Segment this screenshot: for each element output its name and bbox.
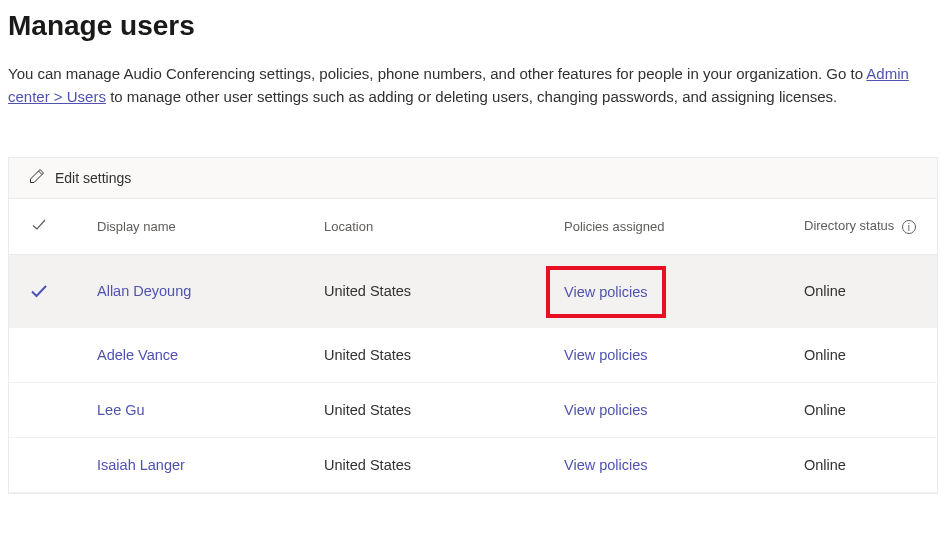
row-checkbox[interactable] <box>9 382 69 437</box>
description-text-2: to manage other user settings such as ad… <box>106 88 837 105</box>
header-policies[interactable]: Policies assigned <box>554 199 794 255</box>
user-name-link[interactable]: Allan Deyoung <box>97 283 191 299</box>
description-text-1: You can manage Audio Conferencing settin… <box>8 65 866 82</box>
user-location: United States <box>314 327 554 382</box>
user-location: United States <box>314 437 554 492</box>
page-description: You can manage Audio Conferencing settin… <box>8 62 938 109</box>
table-header-row: Display name Location Policies assigned … <box>9 199 937 255</box>
directory-status: Online <box>794 254 937 327</box>
user-location: United States <box>314 382 554 437</box>
header-directory-status[interactable]: Directory status i <box>794 199 937 255</box>
directory-status: Online <box>794 327 937 382</box>
view-policies-link[interactable]: View policies <box>564 347 648 363</box>
row-checkbox[interactable] <box>9 327 69 382</box>
users-table: Display name Location Policies assigned … <box>9 199 937 493</box>
row-checkbox[interactable] <box>9 437 69 492</box>
user-name-link[interactable]: Lee Gu <box>97 402 145 418</box>
pencil-icon <box>29 168 45 188</box>
user-name-link[interactable]: Isaiah Langer <box>97 457 185 473</box>
table-row[interactable]: Adele VanceUnited StatesView policiesOnl… <box>9 327 937 382</box>
header-display-name[interactable]: Display name <box>69 199 314 255</box>
check-icon <box>31 221 47 236</box>
user-name-link[interactable]: Adele Vance <box>97 347 178 363</box>
view-policies-link[interactable]: View policies <box>564 457 648 473</box>
info-icon[interactable]: i <box>902 220 916 234</box>
edit-settings-button[interactable]: Edit settings <box>9 158 937 199</box>
header-location[interactable]: Location <box>314 199 554 255</box>
users-table-wrapper: Edit settings Display name Location Poli… <box>8 157 938 494</box>
directory-status: Online <box>794 437 937 492</box>
highlight-box: View policies <box>546 266 666 318</box>
table-row[interactable]: Isaiah LangerUnited StatesView policiesO… <box>9 437 937 492</box>
table-row[interactable]: Lee GuUnited StatesView policiesOnline <box>9 382 937 437</box>
page-title: Manage users <box>8 10 938 42</box>
view-policies-link[interactable]: View policies <box>564 402 648 418</box>
directory-status: Online <box>794 382 937 437</box>
select-all-checkbox[interactable] <box>9 199 69 255</box>
view-policies-link[interactable]: View policies <box>564 284 648 300</box>
row-checkbox[interactable] <box>9 254 69 327</box>
header-directory-status-label: Directory status <box>804 218 894 233</box>
edit-settings-label: Edit settings <box>55 170 131 186</box>
user-location: United States <box>314 254 554 327</box>
table-row[interactable]: Allan DeyoungUnited StatesView policiesO… <box>9 254 937 327</box>
